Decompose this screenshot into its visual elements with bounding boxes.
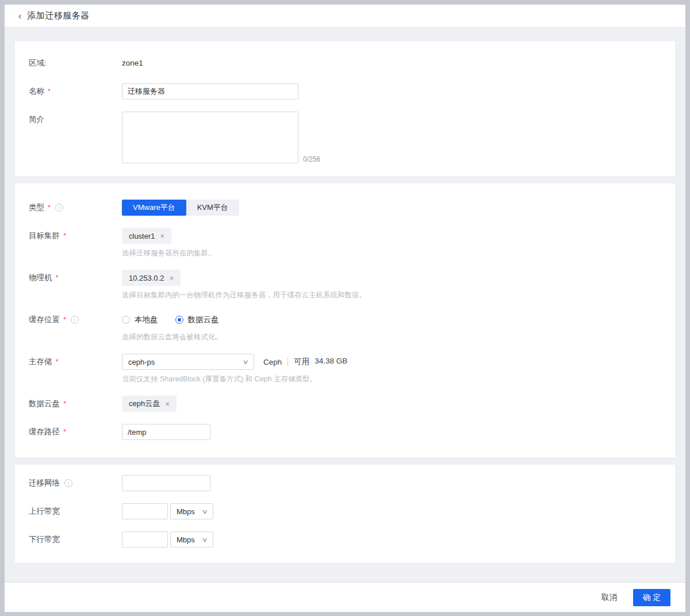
- remove-tag-icon[interactable]: ×: [160, 232, 165, 240]
- chevron-down-icon: ∨: [201, 508, 208, 515]
- cache-location-radio-group: 本地盘 数据云盘: [122, 312, 223, 328]
- zone-label: 区域:: [29, 55, 122, 71]
- name-label: 名称 *: [29, 83, 122, 100]
- cache-location-label: 缓存位置 * i: [29, 312, 122, 328]
- info-icon[interactable]: i: [64, 479, 72, 487]
- uplink-unit-select[interactable]: Mbps ∨: [170, 503, 213, 519]
- target-cluster-help: 选择迁移服务器所在的集群。: [122, 248, 216, 258]
- storage-type: Ceph: [263, 358, 282, 366]
- description-textarea[interactable]: [122, 112, 298, 163]
- chevron-down-icon: ∨: [201, 536, 208, 544]
- primary-storage-label: 主存储 *: [29, 354, 122, 370]
- data-volume-row: 数据云盘 * ceph云盘 ×: [29, 396, 661, 412]
- info-icon[interactable]: i: [55, 204, 63, 212]
- radio-icon: [175, 316, 183, 324]
- primary-storage-row: 主存储 * ceph-ps ∨ Ceph 可用: [29, 354, 661, 384]
- type-row: 类型 * i VMware平台 KVM平台: [29, 200, 661, 216]
- radio-data-volume[interactable]: 数据云盘: [175, 315, 219, 325]
- description-label: 简介: [29, 112, 122, 128]
- required-asterisk: *: [63, 228, 66, 244]
- description-row: 简介 0/256: [29, 112, 661, 163]
- target-cluster-row: 目标集群 * cluster1 × 选择迁移服务器所在的集群。: [29, 228, 661, 258]
- downlink-bandwidth-input[interactable]: [122, 531, 168, 548]
- char-counter: 0/256: [303, 155, 320, 163]
- network-settings-card: 迁移网络 i 上行带宽 Mbps ∨ 下: [15, 465, 675, 563]
- info-icon[interactable]: i: [71, 316, 79, 324]
- zone-value: zone1: [122, 55, 143, 71]
- remove-tag-icon[interactable]: ×: [165, 400, 170, 408]
- required-asterisk: *: [63, 424, 66, 440]
- downlink-bandwidth-row: 下行带宽 Mbps ∨: [29, 531, 661, 548]
- type-option-vmware[interactable]: VMware平台: [122, 200, 186, 216]
- required-asterisk: *: [48, 200, 51, 216]
- physical-host-label: 物理机 *: [29, 270, 122, 286]
- primary-storage-value: ceph-ps: [128, 358, 155, 366]
- name-input[interactable]: [122, 83, 298, 100]
- available-label: 可用: [294, 357, 309, 367]
- cache-path-input[interactable]: [122, 424, 210, 440]
- cache-location-help: 选择的数据云盘将会被格式化。: [122, 332, 223, 342]
- server-settings-card: 类型 * i VMware平台 KVM平台 目标集群 * clus: [15, 183, 675, 457]
- cache-location-row: 缓存位置 * i 本地盘 数据云盘 选择: [29, 312, 661, 342]
- remove-tag-icon[interactable]: ×: [169, 274, 174, 282]
- required-asterisk: *: [48, 83, 51, 100]
- basic-info-card: 区域: zone1 名称 * 简介 0/256: [15, 41, 675, 176]
- add-migration-server-page: ‹ 添加迁移服务器 区域: zone1 名称 * 简介 0/256: [5, 5, 685, 612]
- chevron-down-icon: ∨: [242, 358, 248, 366]
- downlink-unit-select[interactable]: Mbps ∨: [170, 531, 213, 548]
- divider: [288, 358, 288, 366]
- page-header: ‹ 添加迁移服务器: [5, 5, 685, 28]
- data-volume-label: 数据云盘 *: [29, 396, 122, 412]
- cache-path-label: 缓存路径 *: [29, 424, 122, 440]
- required-asterisk: *: [56, 270, 59, 286]
- physical-host-help: 选择目标集群内的一台物理机作为迁移服务器，用于缓存云主机系统和数据。: [122, 290, 366, 300]
- form-content: 区域: zone1 名称 * 简介 0/256: [5, 28, 685, 582]
- cluster-tag: cluster1 ×: [122, 228, 171, 244]
- physical-host-row: 物理机 * 10.253.0.2 × 选择目标集群内的一台物理机作为迁移服务器，…: [29, 270, 661, 300]
- radio-icon: [122, 316, 130, 324]
- type-option-kvm[interactable]: KVM平台: [186, 200, 239, 216]
- type-segmented-control: VMware平台 KVM平台: [122, 200, 239, 216]
- required-asterisk: *: [63, 312, 66, 328]
- page-title: 添加迁移服务器: [27, 10, 90, 21]
- name-row: 名称 *: [29, 83, 661, 100]
- migration-network-row: 迁移网络 i: [29, 475, 661, 491]
- required-asterisk: *: [56, 354, 59, 370]
- downlink-bandwidth-label: 下行带宽: [29, 531, 122, 548]
- cancel-button[interactable]: 取消: [601, 592, 617, 603]
- cache-path-row: 缓存路径 *: [29, 424, 661, 440]
- uplink-bandwidth-row: 上行带宽 Mbps ∨: [29, 503, 661, 519]
- migration-network-input[interactable]: [122, 475, 210, 491]
- type-label: 类型 * i: [29, 200, 122, 216]
- migration-network-label: 迁移网络 i: [29, 475, 122, 491]
- required-asterisk: *: [63, 396, 66, 412]
- back-chevron-icon[interactable]: ‹: [18, 12, 21, 21]
- zone-row: 区域: zone1: [29, 55, 661, 71]
- radio-local-disk[interactable]: 本地盘: [122, 315, 158, 325]
- storage-info: Ceph 可用 34.38 GB: [263, 357, 347, 367]
- data-volume-tag: ceph云盘 ×: [122, 396, 177, 412]
- footer-action-bar: 取消 确定: [5, 582, 685, 612]
- confirm-button[interactable]: 确定: [633, 589, 670, 606]
- uplink-bandwidth-label: 上行带宽: [29, 503, 122, 519]
- host-tag: 10.253.0.2 ×: [122, 270, 181, 286]
- primary-storage-select[interactable]: ceph-ps ∨: [122, 354, 254, 370]
- uplink-bandwidth-input[interactable]: [122, 503, 168, 519]
- available-value: 34.38 GB: [315, 357, 347, 367]
- target-cluster-label: 目标集群 *: [29, 228, 122, 244]
- primary-storage-help: 当前仅支持 SharedBlock (厚置备方式) 和 Ceph 主存储类型。: [122, 374, 347, 384]
